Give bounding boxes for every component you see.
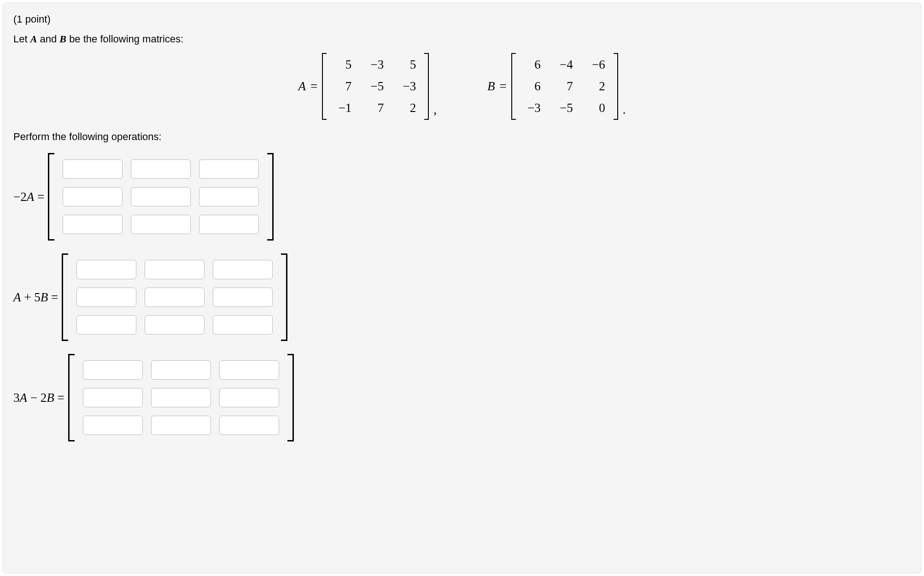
- matrix-B-block: B = 6 −4 −6 6 7 2 −3 −5 0 .: [487, 53, 626, 120]
- matrix-entry-input[interactable]: [83, 416, 143, 435]
- period: .: [623, 103, 626, 117]
- matrix-entry-input[interactable]: [63, 159, 123, 179]
- bracket-right: [267, 153, 274, 241]
- matrix-B-cell: −5: [556, 101, 573, 115]
- matrix-B-cell: −6: [589, 58, 605, 72]
- bracket-left: [62, 253, 68, 341]
- matrix-B-cell: 2: [589, 79, 605, 94]
- matrix-A-block: A = 5 −3 5 7 −5 −3 −1 7 2 ,: [298, 53, 437, 120]
- matrix-entry-input[interactable]: [131, 159, 191, 179]
- matrix-A-cell: −3: [367, 58, 384, 72]
- matrix-B-cell: −3: [524, 101, 541, 115]
- bracket-left: [48, 153, 54, 241]
- matrix-entry-input[interactable]: [145, 260, 205, 279]
- matrix-entry-input[interactable]: [219, 360, 279, 380]
- matrix-entry-input[interactable]: [145, 315, 205, 335]
- answers-container: −2A =A + 5B =3A − 2B =: [13, 153, 911, 441]
- matrix-A-cell: 7: [367, 101, 384, 115]
- bracket-left: [68, 354, 75, 441]
- answer-row: −2A =: [13, 153, 911, 241]
- intro-mid: and: [37, 33, 59, 45]
- matrix-B-cell: 6: [524, 79, 541, 94]
- matrix-entry-input[interactable]: [213, 288, 273, 307]
- matrix-B-cell: 6: [524, 58, 541, 72]
- answer-label: A + 5B =: [13, 290, 58, 305]
- answer-matrix-grid: [61, 153, 261, 241]
- matrix-A-cell: −1: [335, 101, 351, 115]
- bracket-right: [287, 354, 294, 441]
- matrix-entry-input[interactable]: [63, 215, 123, 234]
- intro-suffix: be the following matrices:: [66, 33, 183, 45]
- var-A-intro: A: [30, 33, 37, 45]
- matrix-A-cell: 7: [335, 79, 351, 94]
- matrix-entry-input[interactable]: [199, 159, 259, 179]
- problem-panel: (1 point) Let A and B be the following m…: [3, 3, 921, 573]
- answer-label: −2A =: [13, 190, 44, 204]
- matrix-definitions: A = 5 −3 5 7 −5 −3 −1 7 2 , B: [13, 53, 911, 120]
- var-A-def: A: [298, 79, 306, 93]
- matrix-B-cell: 0: [589, 101, 605, 115]
- matrix-entry-input[interactable]: [151, 416, 211, 435]
- matrix-A-cell: 2: [399, 101, 416, 115]
- answer-matrix-grid: [75, 253, 275, 341]
- matrix-entry-input[interactable]: [131, 215, 191, 234]
- bracket-right: [281, 253, 287, 341]
- matrix-entry-input[interactable]: [199, 215, 259, 234]
- bracket-left: [511, 53, 516, 120]
- matrix-entry-input[interactable]: [63, 187, 123, 206]
- answer-matrix-grid: [81, 354, 281, 441]
- matrix-A-cell: −5: [367, 79, 384, 94]
- matrix-B: 6 −4 −6 6 7 2 −3 −5 0: [516, 53, 614, 120]
- perform-line: Perform the following operations:: [13, 131, 911, 143]
- matrix-A-cell: −3: [399, 79, 416, 94]
- matrix-entry-input[interactable]: [213, 315, 273, 335]
- matrix-A-cell: 5: [335, 58, 351, 72]
- matrix-entry-input[interactable]: [76, 315, 136, 335]
- matrix-entry-input[interactable]: [213, 260, 273, 279]
- comma: ,: [433, 103, 437, 117]
- eq-B: =: [500, 79, 507, 94]
- matrix-A-cell: 5: [399, 58, 416, 72]
- matrix-entry-input[interactable]: [131, 187, 191, 206]
- points-line: (1 point): [13, 12, 911, 27]
- matrix-entry-input[interactable]: [219, 388, 279, 407]
- matrix-entry-input[interactable]: [83, 388, 143, 407]
- matrix-entry-input[interactable]: [219, 416, 279, 435]
- matrix-B-cell: 7: [556, 79, 573, 94]
- bracket-right: [614, 53, 618, 120]
- matrix-entry-input[interactable]: [151, 360, 211, 380]
- var-B-def: B: [487, 79, 495, 93]
- matrix-entry-input[interactable]: [76, 260, 136, 279]
- bracket-right: [424, 53, 429, 120]
- matrix-entry-input[interactable]: [145, 288, 205, 307]
- var-B-intro: B: [59, 33, 66, 45]
- matrix-entry-input[interactable]: [151, 388, 211, 407]
- eq-A: =: [310, 79, 317, 94]
- answer-row: 3A − 2B =: [13, 354, 911, 441]
- matrix-B-cell: −4: [556, 58, 573, 72]
- intro-prefix: Let: [13, 33, 30, 45]
- answer-row: A + 5B =: [13, 253, 911, 341]
- matrix-entry-input[interactable]: [83, 360, 143, 380]
- intro-line: Let A and B be the following matrices:: [13, 31, 911, 47]
- bracket-left: [322, 53, 327, 120]
- answer-label: 3A − 2B =: [13, 391, 64, 405]
- matrix-A: 5 −3 5 7 −5 −3 −1 7 2: [327, 53, 424, 120]
- matrix-entry-input[interactable]: [76, 288, 136, 307]
- matrix-entry-input[interactable]: [199, 187, 259, 206]
